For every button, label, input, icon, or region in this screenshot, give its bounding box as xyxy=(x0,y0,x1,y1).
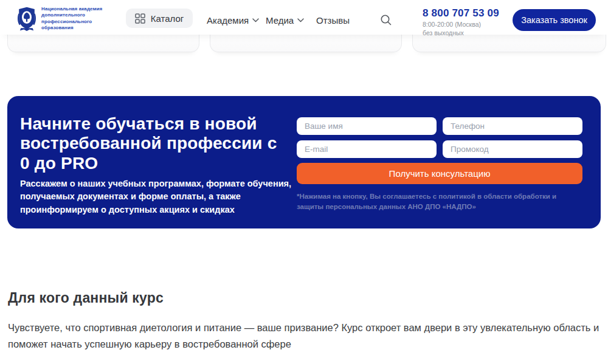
course-section: Для кого данный курс Чувствуете, что спо… xyxy=(8,290,601,352)
page: Национальная академия дополнительного пр… xyxy=(0,0,608,364)
catalog-button[interactable]: Каталог xyxy=(126,9,193,28)
nav-media-label: Медиа xyxy=(266,15,294,26)
chevron-down-icon xyxy=(252,18,259,22)
banner-description: Расскажем о наших учебных программах, фо… xyxy=(20,177,295,216)
search-button[interactable] xyxy=(380,13,393,27)
callback-button[interactable]: Заказать звонок xyxy=(513,9,596,31)
catalog-button-label: Каталог xyxy=(151,13,184,24)
nav-academy-label: Академия xyxy=(207,15,249,26)
phone-days: без выходных xyxy=(423,29,499,36)
phone-block: 8 800 707 53 09 8:00-20:00 (Москва) без … xyxy=(423,7,499,36)
form-disclaimer: *Нажимая на кнопку, Вы соглашаетесь с по… xyxy=(297,191,564,211)
cards-strip xyxy=(0,35,608,53)
logo-text: Национальная академия дополнительного пр… xyxy=(41,6,102,32)
nav-reviews-label: Отзывы xyxy=(316,15,350,26)
banner-title-line2: востребованной профессии с xyxy=(20,134,300,153)
nav-item-media[interactable]: Медиа xyxy=(266,15,304,26)
logo[interactable]: Национальная академия дополнительного пр… xyxy=(17,6,102,32)
email-field[interactable] xyxy=(297,140,437,158)
academy-crest-icon xyxy=(17,7,36,31)
banner-title-line1: Начните обучаться в новой xyxy=(20,114,300,134)
form-fields xyxy=(297,117,582,158)
phone-schedule: 8:00-20:00 (Москва) xyxy=(423,21,499,28)
nav-item-academy[interactable]: Академия xyxy=(207,15,259,26)
name-field[interactable] xyxy=(297,117,437,135)
search-icon xyxy=(380,14,392,26)
nav-item-reviews[interactable]: Отзывы xyxy=(316,15,350,26)
phone-field[interactable] xyxy=(443,117,582,135)
cta-banner: Начните обучаться в новой востребованной… xyxy=(7,96,601,228)
course-section-title: Для кого данный курс xyxy=(8,290,601,306)
site-header: Национальная академия дополнительного пр… xyxy=(0,0,608,35)
banner-title-line3: 0 до PRO xyxy=(20,154,300,173)
banner-title: Начните обучаться в новой востребованной… xyxy=(20,114,300,173)
phone-number-link[interactable]: 8 800 707 53 09 xyxy=(423,7,499,19)
chevron-down-icon xyxy=(297,18,304,22)
course-section-description: Чувствуете, что спортивная диетология и … xyxy=(8,320,601,352)
get-consultation-button[interactable]: Получить консультацию xyxy=(297,163,582,184)
grid-icon xyxy=(135,13,145,24)
consultation-form: Получить консультацию *Нажимая на кнопку… xyxy=(297,117,582,211)
promo-field[interactable] xyxy=(443,140,582,158)
